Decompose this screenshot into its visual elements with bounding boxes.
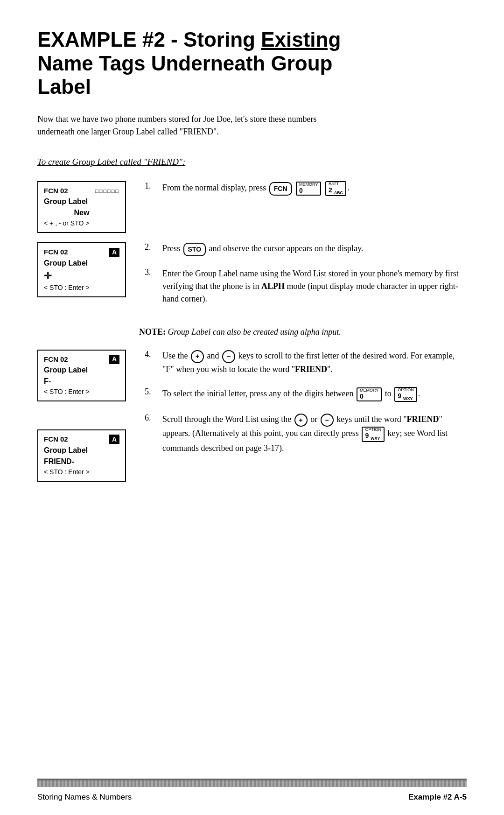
step4-content: Use the + and − keys to scroll to the fi… bbox=[162, 350, 467, 376]
step3-number: 3. bbox=[145, 267, 159, 305]
key-9[interactable]: OPTION 9 WXY bbox=[394, 387, 417, 402]
steps456-text: 4. Use the + and − keys to scroll to the… bbox=[145, 350, 467, 482]
title-part3: Label bbox=[37, 75, 91, 98]
step2-number: 2. bbox=[145, 242, 159, 256]
minus-key[interactable]: − bbox=[222, 350, 235, 363]
note-content: NOTE: Group Label can also be created us… bbox=[139, 326, 467, 338]
step6-number: 6. bbox=[145, 413, 159, 454]
step5-content: To select the initial letter, press any … bbox=[162, 387, 467, 402]
footer-left: Storing Names & Numbers bbox=[37, 793, 132, 802]
display1-line3: New bbox=[44, 207, 119, 218]
batt-key[interactable]: BATT 2 ABC bbox=[325, 181, 346, 197]
note-row: NOTE: Group Label can also be created us… bbox=[37, 326, 467, 338]
step1-content: From the normal display, press FCN MEMOR… bbox=[162, 181, 467, 197]
note-spacer bbox=[37, 326, 135, 338]
display3-badge: A bbox=[109, 355, 119, 364]
display4-line4: < STO : Enter > bbox=[44, 467, 119, 477]
step3-row: 3. Enter the Group Label name using the … bbox=[145, 267, 467, 305]
steps23-text: 2. Press STO and observe the cursor appe… bbox=[145, 242, 467, 316]
display4-line1: FCN 02 A bbox=[44, 434, 119, 445]
display1-line4: < + , - or STO > bbox=[44, 218, 119, 228]
page-content: EXAMPLE #2 - Storing Existing Name Tags … bbox=[0, 0, 504, 528]
display1-line1: FCN 02 □□□□□□ bbox=[44, 186, 119, 197]
step2-content: Press STO and observe the cursor appears… bbox=[162, 242, 467, 256]
display3-line1: FCN 02 A bbox=[44, 354, 119, 365]
step1-area: FCN 02 □□□□□□ Group Label New < + , - or… bbox=[37, 181, 467, 233]
step1-row: 1. From the normal display, press FCN ME… bbox=[145, 181, 467, 197]
fcn-key[interactable]: FCN bbox=[269, 182, 292, 196]
minus-key2[interactable]: − bbox=[321, 414, 334, 427]
plus-key2[interactable]: + bbox=[294, 414, 308, 427]
display2-line1: FCN 02 A bbox=[44, 247, 119, 258]
display4-line3: FRIEND- bbox=[44, 456, 119, 467]
title-part2: Name Tags Underneath Group bbox=[37, 52, 332, 75]
step1-text-col: 1. From the normal display, press FCN ME… bbox=[145, 181, 467, 233]
displays-col-456: FCN 02 A Group Label F- < STO : Enter > … bbox=[37, 350, 131, 482]
display-4: FCN 02 A Group Label FRIEND- < STO : Ent… bbox=[37, 429, 126, 482]
display3-line3: F- bbox=[44, 376, 119, 387]
key-0[interactable]: MEMORY 0 bbox=[357, 387, 382, 401]
steps23-area: FCN 02 A Group Label ✛ < STO : Enter > 2… bbox=[37, 242, 467, 316]
footer-right: Example #2 A-5 bbox=[408, 793, 467, 802]
note-label: NOTE: bbox=[139, 327, 166, 337]
footer-bar bbox=[37, 779, 467, 787]
display2-cursor: ✛ bbox=[44, 269, 119, 283]
display2-badge: A bbox=[109, 248, 119, 257]
display4-line2: Group Label bbox=[44, 445, 119, 456]
title-part1: EXAMPLE #2 - Storing Existing bbox=[37, 28, 341, 51]
plus-key[interactable]: + bbox=[191, 350, 204, 363]
memory-key[interactable]: MEMORY 0 bbox=[296, 182, 321, 196]
display4-badge: A bbox=[109, 435, 119, 444]
displays-col-23: FCN 02 A Group Label ✛ < STO : Enter > bbox=[37, 242, 131, 316]
note-text: Group Label can also be created using al… bbox=[168, 327, 341, 337]
step4-number: 4. bbox=[145, 350, 159, 376]
display3-line4: < STO : Enter > bbox=[44, 387, 119, 397]
display2-line4: < STO : Enter > bbox=[44, 283, 119, 293]
sto-key[interactable]: STO bbox=[183, 243, 206, 256]
display-1: FCN 02 □□□□□□ Group Label New < + , - or… bbox=[37, 181, 126, 233]
intro-paragraph: Now that we have two phone numbers store… bbox=[37, 113, 355, 138]
steps456-area: FCN 02 A Group Label F- < STO : Enter > … bbox=[37, 350, 467, 482]
step5-row: 5. To select the initial letter, press a… bbox=[145, 387, 467, 402]
key-9b[interactable]: OPTION 9 WXY bbox=[362, 427, 385, 442]
display3-line2: Group Label bbox=[44, 365, 119, 376]
step6-content: Scroll through the Word List using the +… bbox=[162, 413, 467, 454]
step5-number: 5. bbox=[145, 387, 159, 402]
display1-line2: Group Label bbox=[44, 196, 119, 207]
step3-content: Enter the Group Label name using the Wor… bbox=[162, 267, 467, 305]
display-2: FCN 02 A Group Label ✛ < STO : Enter > bbox=[37, 242, 126, 297]
step4-row: 4. Use the + and − keys to scroll to the… bbox=[145, 350, 467, 376]
step6-row: 6. Scroll through the Word List using th… bbox=[145, 413, 467, 454]
step2-row: 2. Press STO and observe the cursor appe… bbox=[145, 242, 467, 256]
page-title: EXAMPLE #2 - Storing Existing Name Tags … bbox=[37, 28, 467, 99]
display2-line2: Group Label bbox=[44, 258, 119, 269]
display-3: FCN 02 A Group Label F- < STO : Enter > bbox=[37, 350, 126, 402]
footer-text: Storing Names & Numbers Example #2 A-5 bbox=[37, 793, 467, 802]
title-underline: Existing bbox=[261, 28, 341, 51]
step1-number: 1. bbox=[145, 181, 159, 197]
section-heading: To create Group Label called "FRIEND": bbox=[37, 157, 467, 167]
